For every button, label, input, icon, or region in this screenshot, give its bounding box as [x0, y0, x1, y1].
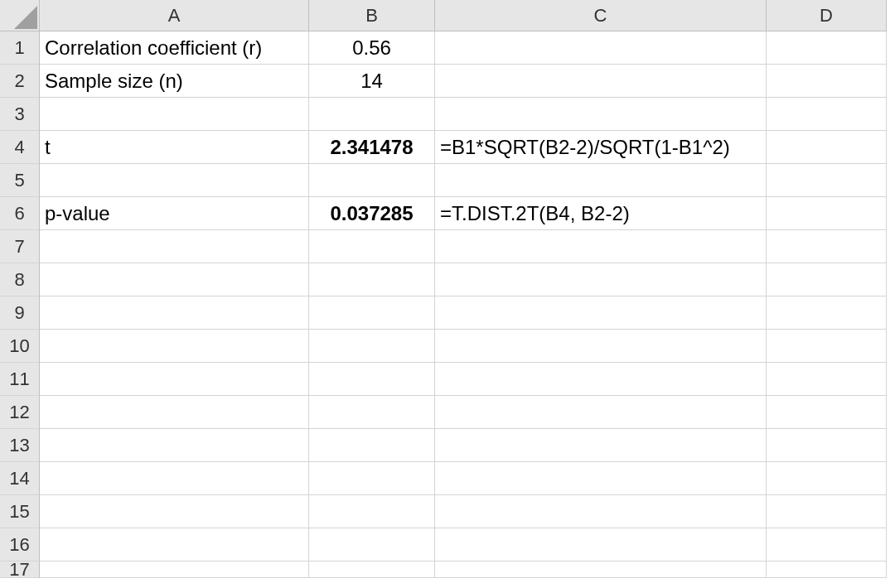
cell-A8[interactable] [40, 263, 309, 296]
column-header-C[interactable]: C [435, 0, 767, 31]
cell-D13[interactable] [767, 429, 887, 462]
cell-C4[interactable]: =B1*SQRT(B2-2)/SQRT(1-B1^2) [435, 131, 767, 164]
cell-C6[interactable]: =T.DIST.2T(B4, B2-2) [435, 197, 767, 230]
cell-B4[interactable]: 2.341478 [309, 131, 435, 164]
cell-B1[interactable]: 0.56 [309, 31, 435, 65]
cell-D2[interactable] [767, 65, 887, 98]
row-header-6[interactable]: 6 [0, 197, 40, 230]
cell-B5[interactable] [309, 164, 435, 197]
cell-A6[interactable]: p-value [40, 197, 309, 230]
row-header-1[interactable]: 1 [0, 31, 40, 65]
row-header-11[interactable]: 11 [0, 363, 40, 396]
cell-D11[interactable] [767, 363, 887, 396]
cell-C3[interactable] [435, 98, 767, 131]
cell-B6[interactable]: 0.037285 [309, 197, 435, 230]
cell-A5[interactable] [40, 164, 309, 197]
cell-C5[interactable] [435, 164, 767, 197]
cell-A4[interactable]: t [40, 131, 309, 164]
row-header-10[interactable]: 10 [0, 330, 40, 363]
cell-B12[interactable] [309, 396, 435, 429]
cell-C16[interactable] [435, 528, 767, 561]
cell-B14[interactable] [309, 462, 435, 495]
column-header-D[interactable]: D [767, 0, 887, 31]
cell-C14[interactable] [435, 462, 767, 495]
column-header-A[interactable]: A [40, 0, 309, 31]
row-header-7[interactable]: 7 [0, 230, 40, 263]
row-header-2[interactable]: 2 [0, 65, 40, 98]
cell-C12[interactable] [435, 396, 767, 429]
cell-A3[interactable] [40, 98, 309, 131]
spreadsheet-grid[interactable]: A B C D 1 Correlation coefficient (r) 0.… [0, 0, 895, 578]
cell-D4[interactable] [767, 131, 887, 164]
row-header-9[interactable]: 9 [0, 296, 40, 330]
cell-C13[interactable] [435, 429, 767, 462]
cell-B2[interactable]: 14 [309, 65, 435, 98]
cell-B3[interactable] [309, 98, 435, 131]
cell-A10[interactable] [40, 330, 309, 363]
cell-C11[interactable] [435, 363, 767, 396]
cell-C9[interactable] [435, 296, 767, 330]
row-header-8[interactable]: 8 [0, 263, 40, 296]
cell-D6[interactable] [767, 197, 887, 230]
cell-A7[interactable] [40, 230, 309, 263]
cell-A16[interactable] [40, 528, 309, 561]
cell-C8[interactable] [435, 263, 767, 296]
cell-D16[interactable] [767, 528, 887, 561]
row-header-5[interactable]: 5 [0, 164, 40, 197]
cell-D14[interactable] [767, 462, 887, 495]
cell-C1[interactable] [435, 31, 767, 65]
cell-D9[interactable] [767, 296, 887, 330]
cell-A2[interactable]: Sample size (n) [40, 65, 309, 98]
cell-C2[interactable] [435, 65, 767, 98]
row-header-3[interactable]: 3 [0, 98, 40, 131]
row-header-14[interactable]: 14 [0, 462, 40, 495]
cell-A11[interactable] [40, 363, 309, 396]
cell-A1[interactable]: Correlation coefficient (r) [40, 31, 309, 65]
cell-C15[interactable] [435, 495, 767, 528]
cell-D17[interactable] [767, 561, 887, 578]
cell-D12[interactable] [767, 396, 887, 429]
cell-A14[interactable] [40, 462, 309, 495]
cell-C10[interactable] [435, 330, 767, 363]
cell-C7[interactable] [435, 230, 767, 263]
row-header-17[interactable]: 17 [0, 561, 40, 578]
cell-B7[interactable] [309, 230, 435, 263]
cell-A17[interactable] [40, 561, 309, 578]
select-all-corner[interactable] [0, 0, 40, 31]
cell-C17[interactable] [435, 561, 767, 578]
cell-D10[interactable] [767, 330, 887, 363]
cell-A9[interactable] [40, 296, 309, 330]
cell-B13[interactable] [309, 429, 435, 462]
cell-B17[interactable] [309, 561, 435, 578]
row-header-4[interactable]: 4 [0, 131, 40, 164]
cell-B9[interactable] [309, 296, 435, 330]
cell-B8[interactable] [309, 263, 435, 296]
cell-D1[interactable] [767, 31, 887, 65]
cell-A13[interactable] [40, 429, 309, 462]
cell-B11[interactable] [309, 363, 435, 396]
cell-D5[interactable] [767, 164, 887, 197]
row-header-13[interactable]: 13 [0, 429, 40, 462]
column-header-B[interactable]: B [309, 0, 435, 31]
cell-B15[interactable] [309, 495, 435, 528]
cell-D15[interactable] [767, 495, 887, 528]
cell-D3[interactable] [767, 98, 887, 131]
row-header-15[interactable]: 15 [0, 495, 40, 528]
cell-B10[interactable] [309, 330, 435, 363]
cell-A15[interactable] [40, 495, 309, 528]
cell-D7[interactable] [767, 230, 887, 263]
cell-A12[interactable] [40, 396, 309, 429]
row-header-12[interactable]: 12 [0, 396, 40, 429]
row-header-16[interactable]: 16 [0, 528, 40, 561]
cell-D8[interactable] [767, 263, 887, 296]
cell-B16[interactable] [309, 528, 435, 561]
